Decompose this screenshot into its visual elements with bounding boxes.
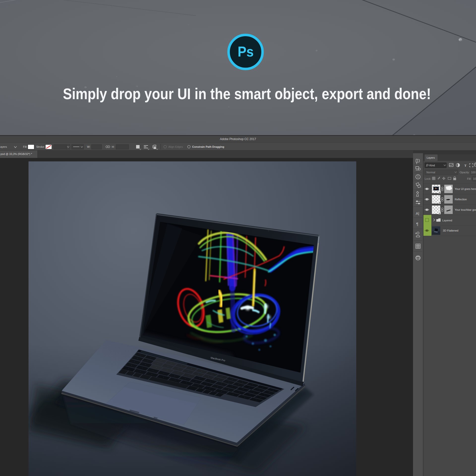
svg-text:Layered: Layered <box>442 219 452 222</box>
svg-text:W:: W: <box>87 145 90 148</box>
svg-text:Normal: Normal <box>426 171 435 174</box>
svg-text:ayers: ayers <box>0 145 7 148</box>
svg-text:Constrain Path Dragging: Constrain Path Dragging <box>192 145 224 148</box>
svg-text:Reflection: Reflection <box>455 198 467 201</box>
svg-text:¶: ¶ <box>416 222 418 226</box>
svg-text:Align Edges: Align Edges <box>168 145 183 148</box>
svg-text:H:: H: <box>112 145 115 148</box>
svg-text:T: T <box>464 164 467 167</box>
svg-text:A|: A| <box>416 211 419 215</box>
svg-text:10: 10 <box>473 177 476 180</box>
svg-text:Fill:: Fill: <box>467 177 471 180</box>
svg-text:100: 100 <box>471 171 476 174</box>
svg-text:Stroke:: Stroke: <box>36 145 45 148</box>
svg-text:Your touchbar goes: Your touchbar goes <box>455 208 476 211</box>
svg-text:▮: ▮ <box>416 232 416 234</box>
svg-text:3D Flattened: 3D Flattened <box>443 229 458 232</box>
svg-text:Opacity:: Opacity: <box>460 171 470 174</box>
svg-text:Kind: Kind <box>429 164 435 167</box>
svg-text:Layers: Layers <box>427 156 435 159</box>
svg-text:Lock:: Lock: <box>425 177 431 180</box>
svg-text:Fill:: Fill: <box>23 145 27 148</box>
svg-text:Your UI goes here: Your UI goes here <box>455 187 476 190</box>
